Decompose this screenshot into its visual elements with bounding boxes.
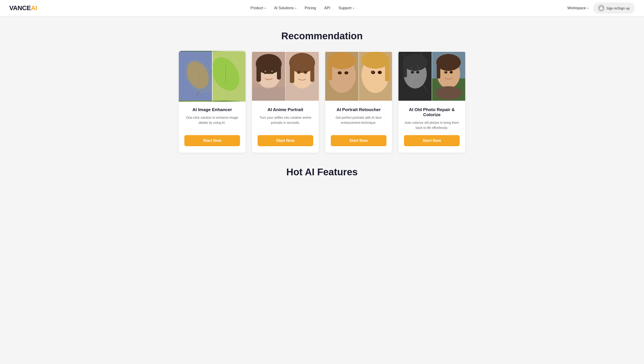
workspace-label: Workspace [567,6,586,10]
workspace-button[interactable]: Workspace ▾ [567,6,588,10]
start-button-enhancer[interactable]: Start Now [184,135,240,146]
logo[interactable]: VANCE AI [9,4,37,12]
nav-label-pricing: Pricing [305,6,316,10]
logo-vance: VANCE [9,4,31,12]
card-title-anime: AI Anime Portrait [258,107,313,112]
card-image-oldphoto [398,51,465,102]
svg-rect-32 [328,60,332,80]
card-footer-anime: Start Now [252,135,319,153]
card-title-oldphoto: AI Old Photo Repair & Colorize [404,107,460,117]
card-image-leaf [179,51,246,102]
svg-rect-40 [385,60,389,82]
card-footer-oldphoto: Start Now [398,135,465,153]
card-footer-enhancer: Start Now [179,135,246,153]
svg-point-58 [444,71,447,74]
svg-point-39 [362,52,389,68]
svg-point-43 [378,71,382,74]
user-icon [598,5,604,11]
card-portrait-retoucher: AI Portrait Retoucher Get perfect portra… [325,51,392,153]
svg-point-35 [338,71,342,74]
nav-label-api: API [324,6,330,10]
svg-point-19 [271,70,273,72]
svg-point-60 [445,71,446,72]
svg-rect-14 [256,64,261,82]
signin-button[interactable]: Sign in/Sign up [593,2,635,14]
svg-rect-15 [277,64,281,80]
svg-point-44 [372,71,373,72]
nav-links: Product ▾ AI Solutions ▾ Pricing API Sup… [250,6,354,10]
svg-rect-56 [437,62,440,78]
card-image-enhancer: AI Image Enhancer One-click solution to … [179,51,246,153]
card-body-anime: AI Anime Portrait Turn your selfies into… [252,102,319,135]
nav-item-support[interactable]: Support ▾ [338,6,354,10]
nav-item-pricing[interactable]: Pricing [305,6,316,10]
card-body-oldphoto: AI Old Photo Repair & Colorize Auto colo… [398,102,465,135]
start-button-oldphoto[interactable]: Start Now [404,135,460,146]
card-desc-anime: Turn your selfies into creative anime po… [258,115,313,130]
card-title-portrait: AI Portrait Retoucher [331,107,386,112]
chevron-down-icon: ▾ [587,7,588,10]
svg-rect-49 [403,62,407,77]
card-desc-enhancer: One-click solution to enhance image deta… [184,115,240,130]
navbar: VANCE AI Product ▾ AI Solutions ▾ Pricin… [0,0,644,17]
cards-grid: AI Image Enhancer One-click solution to … [179,51,465,153]
svg-point-36 [344,71,348,74]
svg-rect-22 [290,63,294,83]
svg-rect-27 [252,87,286,101]
card-desc-portrait: Get perfect portraits with AI face enhan… [331,115,386,130]
card-desc-oldphoto: Auto colorize old photos to bring them b… [404,120,460,130]
chevron-down-icon: ▾ [264,7,266,10]
svg-point-59 [450,71,453,74]
recommendation-title: Recommendation [179,30,465,42]
nav-label-ai-solutions: AI Solutions [274,6,294,10]
svg-point-37 [340,76,342,77]
card-body-portrait: AI Portrait Retoucher Get perfect portra… [325,102,392,135]
svg-point-18 [264,70,266,72]
card-title-enhancer: AI Image Enhancer [184,107,240,112]
card-old-photo: AI Old Photo Repair & Colorize Auto colo… [398,51,465,153]
chevron-down-icon: ▾ [295,7,296,10]
card-footer-portrait: Start Now [325,135,392,153]
start-button-portrait[interactable]: Start Now [331,135,386,146]
logo-ai: AI [31,4,37,12]
svg-point-25 [304,71,307,74]
nav-item-api[interactable]: API [324,6,330,10]
nav-label-support: Support [338,6,351,10]
main-content: Recommendation [160,17,484,187]
signin-label: Sign in/Sign up [606,6,630,10]
card-body-enhancer: AI Image Enhancer One-click solution to … [179,102,246,135]
svg-rect-23 [310,63,314,82]
start-button-anime[interactable]: Start Now [258,135,313,146]
svg-point-24 [297,71,300,74]
nav-right: Workspace ▾ Sign in/Sign up [567,2,635,14]
card-image-anime [252,51,319,102]
chevron-down-icon: ▾ [353,7,354,10]
nav-item-ai-solutions[interactable]: AI Solutions ▾ [274,6,296,10]
svg-point-57 [435,86,462,100]
nav-item-product[interactable]: Product ▾ [250,6,266,10]
hot-features-title: Hot AI Features [179,166,465,178]
svg-rect-41 [369,74,374,86]
nav-label-product: Product [250,6,263,10]
svg-point-31 [328,52,356,69]
svg-rect-34 [336,71,338,77]
card-image-portrait [325,51,392,102]
card-anime-portrait: AI Anime Portrait Turn your selfies into… [252,51,319,153]
